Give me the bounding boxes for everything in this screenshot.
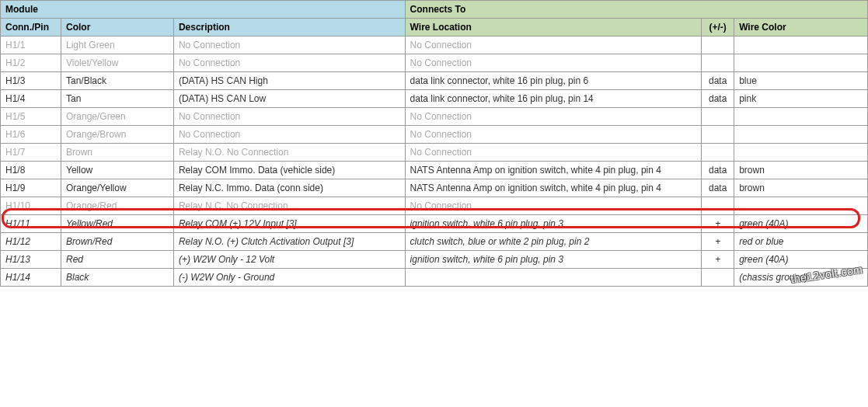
cell-wire-color: pink bbox=[734, 90, 868, 108]
cell-pin: H1/10 bbox=[1, 197, 61, 215]
cell-pin: H1/7 bbox=[1, 144, 61, 162]
header-polarity: (+/-) bbox=[702, 19, 734, 37]
cell-wire-location: data link connector, white 16 pin plug, … bbox=[405, 72, 702, 90]
table-row: H1/2Violet/YellowNo ConnectionNo Connect… bbox=[1, 54, 868, 72]
cell-description: Relay N.O. (+) Clutch Activation Output … bbox=[173, 233, 405, 251]
table-row: H1/11Yellow/RedRelay COM (+) 12V Input [… bbox=[1, 215, 868, 233]
cell-pin: H1/4 bbox=[1, 90, 61, 108]
cell-wire-color bbox=[734, 54, 868, 72]
cell-pin: H1/9 bbox=[1, 179, 61, 197]
table-row: H1/3Tan/Black(DATA) HS CAN Highdata link… bbox=[1, 72, 868, 90]
table-row: H1/8YellowRelay COM Immo. Data (vehicle … bbox=[1, 162, 868, 179]
cell-wire-color: red or blue bbox=[734, 233, 868, 251]
cell-wire-location: ignition switch, white 6 pin plug, pin 3 bbox=[405, 215, 702, 233]
header-description: Description bbox=[173, 19, 405, 37]
cell-color: Orange/Red bbox=[61, 197, 173, 215]
cell-description: Relay COM Immo. Data (vehicle side) bbox=[173, 162, 405, 179]
cell-polarity: data bbox=[702, 179, 734, 197]
table-row: H1/6Orange/BrownNo ConnectionNo Connecti… bbox=[1, 126, 868, 144]
header-color: Color bbox=[61, 19, 173, 37]
cell-pin: H1/6 bbox=[1, 126, 61, 144]
cell-description: (DATA) HS CAN High bbox=[173, 72, 405, 90]
cell-pin: H1/2 bbox=[1, 54, 61, 72]
cell-wire-location: data link connector, white 16 pin plug, … bbox=[405, 90, 702, 108]
cell-color: Tan bbox=[61, 90, 173, 108]
cell-polarity: + bbox=[702, 233, 734, 251]
cell-wire-location: NATS Antenna Amp on ignition switch, whi… bbox=[405, 162, 702, 179]
table-row: H1/9Orange/YellowRelay N.C. Immo. Data (… bbox=[1, 179, 868, 197]
table-row: H1/4Tan(DATA) HS CAN Lowdata link connec… bbox=[1, 90, 868, 108]
header-wire-color: Wire Color bbox=[734, 19, 868, 37]
cell-description: (DATA) HS CAN Low bbox=[173, 90, 405, 108]
cell-pin: H1/3 bbox=[1, 72, 61, 90]
cell-description: No Connection bbox=[173, 108, 405, 126]
cell-polarity bbox=[702, 197, 734, 215]
cell-description: No Connection bbox=[173, 54, 405, 72]
cell-wire-location: No Connection bbox=[405, 37, 702, 54]
header-connects: Connects To bbox=[405, 1, 867, 19]
cell-description: Relay N.C. Immo. Data (conn side) bbox=[173, 179, 405, 197]
cell-color: Yellow/Red bbox=[61, 215, 173, 233]
cell-color: Black bbox=[61, 269, 173, 287]
cell-color: Yellow bbox=[61, 162, 173, 179]
cell-polarity bbox=[702, 37, 734, 54]
cell-wire-color: brown bbox=[734, 162, 868, 179]
cell-color: Violet/Yellow bbox=[61, 54, 173, 72]
cell-wire-location: No Connection bbox=[405, 54, 702, 72]
cell-wire-color bbox=[734, 144, 868, 162]
cell-pin: H1/12 bbox=[1, 233, 61, 251]
cell-description: (+) W2W Only - 12 Volt bbox=[173, 251, 405, 269]
cell-wire-location: No Connection bbox=[405, 197, 702, 215]
cell-polarity: data bbox=[702, 162, 734, 179]
cell-pin: H1/5 bbox=[1, 108, 61, 126]
cell-description: Relay N.C. No Connection bbox=[173, 197, 405, 215]
table-row: H1/12Brown/RedRelay N.O. (+) Clutch Acti… bbox=[1, 233, 868, 251]
cell-color: Red bbox=[61, 251, 173, 269]
cell-wire-location: NATS Antenna Amp on ignition switch, whi… bbox=[405, 179, 702, 197]
cell-color: Orange/Yellow bbox=[61, 179, 173, 197]
cell-color: Brown/Red bbox=[61, 233, 173, 251]
cell-polarity bbox=[702, 108, 734, 126]
cell-polarity: + bbox=[702, 251, 734, 269]
cell-pin: H1/11 bbox=[1, 215, 61, 233]
cell-pin: H1/14 bbox=[1, 269, 61, 287]
cell-polarity: data bbox=[702, 72, 734, 90]
cell-description: Relay COM (+) 12V Input [3] bbox=[173, 215, 405, 233]
table-row: H1/7BrownRelay N.O. No ConnectionNo Conn… bbox=[1, 144, 868, 162]
cell-color: Brown bbox=[61, 144, 173, 162]
cell-polarity: + bbox=[702, 215, 734, 233]
cell-wire-location: No Connection bbox=[405, 144, 702, 162]
cell-description: (-) W2W Only - Ground bbox=[173, 269, 405, 287]
cell-wire-location: ignition switch, white 6 pin plug, pin 3 bbox=[405, 251, 702, 269]
cell-wire-color bbox=[734, 126, 868, 144]
cell-color: Orange/Brown bbox=[61, 126, 173, 144]
table-row: H1/10Orange/RedRelay N.C. No ConnectionN… bbox=[1, 197, 868, 215]
cell-wire-color bbox=[734, 37, 868, 54]
cell-wire-location: clutch switch, blue or white 2 pin plug,… bbox=[405, 233, 702, 251]
table-row: H1/5Orange/GreenNo ConnectionNo Connecti… bbox=[1, 108, 868, 126]
cell-polarity bbox=[702, 126, 734, 144]
cell-wire-color: brown bbox=[734, 179, 868, 197]
cell-description: No Connection bbox=[173, 37, 405, 54]
cell-description: No Connection bbox=[173, 126, 405, 144]
cell-wire-location: No Connection bbox=[405, 126, 702, 144]
cell-pin: H1/8 bbox=[1, 162, 61, 179]
cell-color: Orange/Green bbox=[61, 108, 173, 126]
cell-wire-color: green (40A) bbox=[734, 215, 868, 233]
wiring-table: Module Connects To Conn./Pin Color Descr… bbox=[0, 0, 868, 287]
header-pin: Conn./Pin bbox=[1, 19, 61, 37]
cell-polarity: data bbox=[702, 90, 734, 108]
cell-wire-color bbox=[734, 197, 868, 215]
cell-polarity bbox=[702, 144, 734, 162]
header-module: Module bbox=[1, 1, 406, 19]
cell-wire-location: No Connection bbox=[405, 108, 702, 126]
cell-pin: H1/1 bbox=[1, 37, 61, 54]
cell-color: Light Green bbox=[61, 37, 173, 54]
cell-wire-color bbox=[734, 108, 868, 126]
cell-polarity bbox=[702, 269, 734, 287]
table-row: H1/14Black(-) W2W Only - Ground(chassis … bbox=[1, 269, 868, 287]
header-wire-location: Wire Location bbox=[405, 19, 702, 37]
table-row: H1/13Red(+) W2W Only - 12 Voltignition s… bbox=[1, 251, 868, 269]
cell-color: Tan/Black bbox=[61, 72, 173, 90]
cell-polarity bbox=[702, 54, 734, 72]
